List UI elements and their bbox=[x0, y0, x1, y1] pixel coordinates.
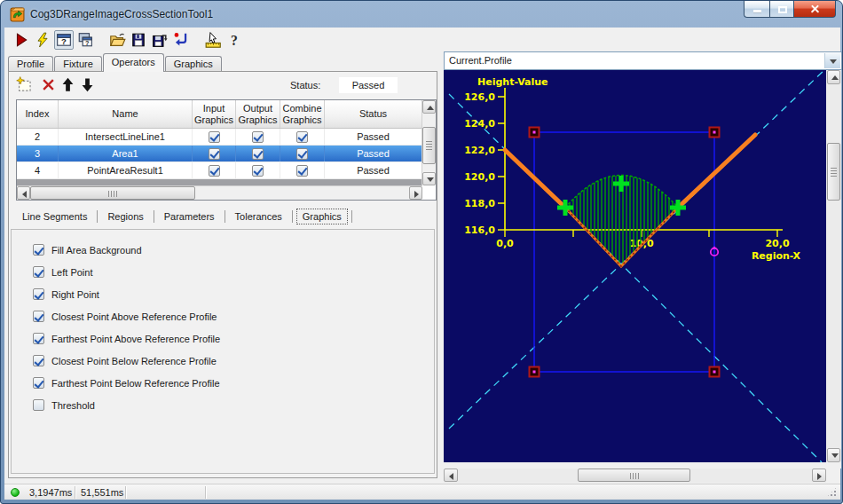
open-file-button[interactable] bbox=[107, 30, 127, 50]
scroll-left-icon bbox=[449, 473, 453, 480]
option-closest-point-above[interactable]: Closest Point Above Reference Profile bbox=[33, 305, 434, 327]
minimize-button[interactable] bbox=[744, 1, 769, 18]
checkbox[interactable] bbox=[33, 311, 44, 322]
svg-text:124,0: 124,0 bbox=[464, 118, 495, 130]
add-operator-button[interactable] bbox=[16, 76, 33, 93]
app-window: Cog3DRangeImageCrossSectionTool1 ? bbox=[0, 0, 843, 504]
option-closest-point-below[interactable]: Closest Point Below Reference Profile bbox=[33, 350, 434, 372]
tab-graphics[interactable]: Graphics bbox=[165, 56, 222, 72]
help-icon: ? bbox=[226, 32, 242, 48]
status-label: Status: bbox=[290, 80, 320, 91]
subtab-parameters[interactable]: Parameters bbox=[154, 209, 225, 224]
open-folder-icon bbox=[109, 32, 126, 49]
resize-grip-icon[interactable] bbox=[826, 486, 838, 498]
table-vertical-scrollbar[interactable] bbox=[422, 100, 436, 185]
scroll-left-icon bbox=[22, 191, 27, 198]
tab-operators[interactable]: Operators bbox=[103, 53, 164, 72]
svg-text:118,0: 118,0 bbox=[464, 198, 495, 209]
status-led bbox=[11, 488, 20, 497]
save-as-icon bbox=[152, 32, 168, 48]
execution-time: 3,1947ms bbox=[29, 487, 72, 498]
operators-table: Index Name InputGraphics OutputGraphics … bbox=[16, 99, 437, 201]
status-value: Passed bbox=[339, 77, 398, 93]
graphics-options-panel: Fill Area Background Left Point Right Po… bbox=[11, 229, 435, 474]
titlebar[interactable]: Cog3DRangeImageCrossSectionTool1 bbox=[1, 1, 843, 28]
chevron-down-icon bbox=[830, 59, 837, 64]
y-axis-label: Height-Value bbox=[477, 76, 548, 88]
lightning-icon bbox=[35, 32, 51, 48]
save-icon bbox=[130, 32, 146, 48]
input-graphics-checkbox[interactable] bbox=[209, 165, 220, 177]
subtab-regions[interactable]: Regions bbox=[98, 209, 153, 224]
operator-subtabs: Line Segments Regions Parameters Toleran… bbox=[12, 207, 352, 226]
output-graphics-checkbox[interactable] bbox=[252, 131, 264, 143]
checkbox[interactable] bbox=[33, 377, 44, 389]
option-farthest-point-above[interactable]: Farthest Point Above Reference Profile bbox=[33, 327, 434, 350]
run-button[interactable] bbox=[12, 30, 31, 50]
scroll-down-icon bbox=[427, 177, 434, 182]
table-horizontal-scrollbar[interactable] bbox=[17, 185, 422, 200]
checkbox[interactable] bbox=[33, 399, 44, 411]
input-graphics-checkbox[interactable] bbox=[209, 148, 220, 160]
window-title: Cog3DRangeImageCrossSectionTool1 bbox=[30, 8, 213, 20]
show-results-window-button[interactable]: ? bbox=[54, 30, 74, 50]
svg-text:120,0: 120,0 bbox=[464, 171, 495, 183]
output-graphics-checkbox[interactable] bbox=[252, 165, 264, 177]
pointer-ruler-icon bbox=[205, 32, 222, 49]
move-up-button[interactable] bbox=[59, 76, 76, 93]
move-down-button[interactable] bbox=[79, 76, 96, 93]
scroll-down-icon bbox=[831, 453, 839, 458]
option-farthest-point-below[interactable]: Farthest Point Below Reference Profile bbox=[33, 372, 434, 394]
combine-graphics-checkbox[interactable] bbox=[296, 165, 308, 177]
subtab-tolerances[interactable]: Tolerances bbox=[225, 209, 292, 224]
subtab-graphics[interactable]: Graphics bbox=[296, 209, 348, 224]
output-graphics-checkbox[interactable] bbox=[252, 148, 264, 160]
scroll-up-icon bbox=[427, 106, 434, 110]
client-area: ? ? bbox=[4, 28, 840, 500]
tab-fixture[interactable]: Fixture bbox=[54, 56, 102, 72]
input-graphics-checkbox[interactable] bbox=[209, 131, 220, 143]
measure-tool-button[interactable] bbox=[203, 30, 223, 50]
combo-dropdown-button[interactable] bbox=[824, 53, 840, 68]
svg-text:122,0: 122,0 bbox=[464, 145, 495, 156]
save-as-button[interactable] bbox=[150, 30, 169, 50]
table-header: Index Name InputGraphics OutputGraphics … bbox=[17, 100, 422, 129]
checkbox[interactable] bbox=[33, 244, 44, 256]
option-left-point[interactable]: Left Point bbox=[33, 261, 434, 283]
reset-button[interactable] bbox=[171, 30, 191, 50]
chart-vertical-scrollbar[interactable] bbox=[826, 70, 841, 462]
help-button[interactable]: ? bbox=[225, 30, 244, 50]
main-toolbar: ? ? bbox=[4, 28, 840, 52]
x-axis-label: Region-X bbox=[752, 250, 801, 262]
operators-toolbar: Status: Passed bbox=[9, 74, 435, 97]
table-row[interactable]: 3 Area1 Passed bbox=[17, 146, 422, 162]
maximize-button[interactable] bbox=[769, 1, 794, 18]
subtab-line-segments[interactable]: Line Segments bbox=[12, 209, 97, 224]
float-window-button[interactable]: ? bbox=[75, 30, 95, 50]
float-window-icon: ? bbox=[77, 32, 93, 48]
checkbox[interactable] bbox=[33, 333, 44, 344]
combine-graphics-checkbox[interactable] bbox=[296, 131, 308, 143]
run-icon bbox=[13, 32, 29, 48]
table-row[interactable]: 2 IntersectLineLine1 Passed bbox=[17, 129, 422, 146]
table-row[interactable]: 4 PointAreaResult1 Passed bbox=[17, 162, 422, 179]
profile-chart-canvas[interactable]: Height-Value 126,0 124,0 122,0 120,0 118… bbox=[444, 70, 826, 462]
electric-run-button[interactable] bbox=[33, 30, 52, 50]
option-fill-area-background[interactable]: Fill Area Background bbox=[33, 239, 434, 261]
profile-selector-combobox[interactable]: Current.Profile bbox=[444, 51, 842, 70]
option-right-point[interactable]: Right Point bbox=[33, 283, 434, 305]
checkbox[interactable] bbox=[33, 355, 44, 366]
delete-operator-button[interactable] bbox=[40, 76, 57, 93]
svg-text:?: ? bbox=[61, 36, 67, 46]
checkbox[interactable] bbox=[33, 288, 44, 300]
tab-profile[interactable]: Profile bbox=[8, 56, 53, 72]
close-button[interactable] bbox=[794, 1, 836, 18]
scroll-right-icon bbox=[817, 473, 822, 480]
operators-tab-page: Status: Passed Index Name InputGraphics … bbox=[8, 71, 437, 478]
save-button[interactable] bbox=[129, 30, 148, 50]
checkbox[interactable] bbox=[33, 266, 44, 278]
option-threshold[interactable]: Threshold bbox=[33, 394, 434, 416]
reset-icon bbox=[173, 32, 189, 48]
combine-graphics-checkbox[interactable] bbox=[296, 148, 308, 160]
chart-horizontal-scrollbar[interactable] bbox=[444, 469, 826, 483]
